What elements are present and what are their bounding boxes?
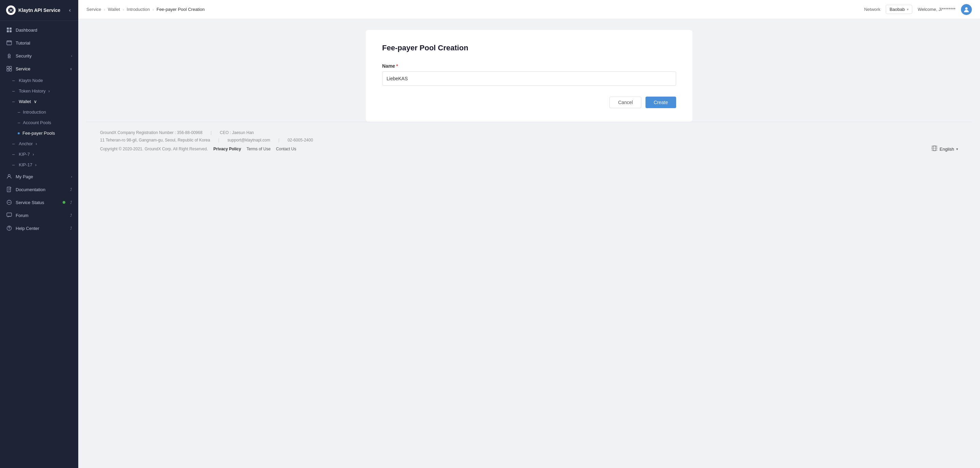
- svg-rect-7: [10, 41, 11, 42]
- kip17-expand-arrow: ›: [35, 162, 37, 167]
- sidebar-item-security[interactable]: Security ›: [0, 49, 78, 62]
- svg-rect-5: [7, 41, 11, 45]
- sidebar-item-service-status[interactable]: Service Status ⤴: [0, 196, 78, 209]
- svg-rect-13: [10, 69, 11, 71]
- name-input[interactable]: [382, 71, 676, 86]
- sidebar-item-security-label: Security: [16, 53, 68, 59]
- sidebar-item-kip17[interactable]: – KIP-17 ›: [0, 160, 78, 170]
- sidebar-item-tutorial[interactable]: Tutorial: [0, 36, 78, 49]
- sidebar-item-documentation-label: Documentation: [16, 187, 67, 192]
- fee-payer-pools-dot: [18, 132, 20, 134]
- logo-area: Klaytn API Service: [6, 5, 60, 15]
- sidebar-item-dashboard[interactable]: Dashboard: [0, 24, 78, 36]
- sidebar-item-introduction-label: Introduction: [23, 109, 46, 114]
- klaytn-node-dash: –: [12, 78, 14, 83]
- sidebar-item-forum[interactable]: Forum ⤴: [0, 209, 78, 222]
- sidebar-item-my-page[interactable]: My Page ›: [0, 170, 78, 183]
- footer-phone: 02-6005-2400: [288, 138, 313, 143]
- footer-contact-us[interactable]: Contact Us: [276, 147, 296, 151]
- svg-point-14: [8, 175, 10, 176]
- documentation-icon: [6, 186, 12, 192]
- footer-terms-of-use[interactable]: Terms of Use: [247, 147, 270, 151]
- sidebar-item-introduction[interactable]: – Introduction: [0, 107, 78, 117]
- sidebar-item-kip7[interactable]: – KIP-7 ›: [0, 149, 78, 160]
- sidebar-item-documentation[interactable]: Documentation ⤴: [0, 183, 78, 196]
- wallet-dash: –: [12, 99, 14, 104]
- security-expand-arrow: ›: [71, 54, 72, 58]
- help-center-external-icon: ⤴: [70, 226, 72, 230]
- sidebar-item-token-history-label: Token History: [19, 89, 46, 94]
- svg-rect-2: [10, 27, 11, 30]
- breadcrumb-introduction: Introduction: [127, 7, 150, 12]
- fee-payer-pool-creation-card: Fee-payer Pool Creation Name * Cancel Cr…: [366, 30, 692, 122]
- sidebar-item-service[interactable]: Service ∨: [0, 62, 78, 75]
- sidebar-item-klaytn-node-label: Klaytn Node: [19, 78, 43, 83]
- network-value: Baobab: [889, 7, 905, 12]
- wallet-expand-arrow: ∨: [34, 99, 37, 104]
- introduction-dash: –: [18, 109, 20, 114]
- sidebar-item-anchor[interactable]: – Anchor ›: [0, 138, 78, 149]
- footer-language-selector[interactable]: English ▾: [931, 145, 958, 153]
- kip17-dash: –: [12, 162, 14, 167]
- header: Service › Wallet › Introduction › Fee-pa…: [78, 0, 980, 19]
- breadcrumb-sep-2: ›: [123, 8, 124, 11]
- logo-icon: [6, 5, 16, 15]
- globe-icon: [931, 145, 937, 153]
- header-right: Network Baobab ▾ Welcome, Ji********: [864, 4, 972, 15]
- footer-links: Copyright © 2020-2021. GroundX Corp. All…: [100, 147, 296, 151]
- svg-rect-3: [7, 30, 9, 32]
- footer-privacy-policy[interactable]: Privacy Policy: [213, 147, 241, 151]
- sidebar-item-forum-label: Forum: [16, 213, 67, 218]
- sidebar-collapse-button[interactable]: ‹: [68, 6, 72, 14]
- sidebar-item-service-label: Service: [16, 66, 66, 71]
- sidebar-item-tutorial-label: Tutorial: [16, 40, 72, 46]
- footer-copyright: Copyright © 2020-2021. GroundX Corp. All…: [100, 147, 208, 151]
- name-form-group: Name *: [382, 63, 676, 86]
- footer: GroundX Company Registration Number : 35…: [86, 122, 972, 161]
- svg-point-17: [8, 202, 8, 203]
- breadcrumb-current: Fee-payer Pool Creation: [156, 7, 205, 12]
- svg-rect-20: [7, 213, 11, 216]
- sidebar-item-account-pools[interactable]: – Account Pools: [0, 117, 78, 128]
- svg-point-19: [10, 202, 11, 203]
- create-button[interactable]: Create: [646, 97, 676, 108]
- breadcrumb: Service › Wallet › Introduction › Fee-pa…: [86, 7, 864, 12]
- sidebar-item-fee-payer-pools[interactable]: Fee-payer Pools: [0, 128, 78, 138]
- network-select[interactable]: Baobab ▾: [886, 5, 912, 14]
- service-expand-arrow: ∨: [70, 67, 72, 71]
- account-pools-dash: –: [18, 120, 20, 125]
- kip7-dash: –: [12, 152, 14, 157]
- footer-middle: 11 Teheran-ro 98-gil, Gangnam-gu, Seoul,…: [100, 138, 958, 143]
- svg-rect-10: [7, 66, 9, 68]
- cancel-button[interactable]: Cancel: [609, 97, 641, 108]
- security-icon: [6, 53, 12, 59]
- dashboard-icon: [6, 27, 12, 33]
- svg-point-18: [9, 202, 10, 203]
- breadcrumb-wallet: Wallet: [108, 7, 120, 12]
- sidebar-item-account-pools-label: Account Pools: [23, 120, 51, 125]
- sidebar-item-help-center-label: Help Center: [16, 226, 67, 231]
- required-star: *: [396, 63, 398, 69]
- sidebar-item-my-page-label: My Page: [16, 174, 68, 179]
- sidebar-item-dashboard-label: Dashboard: [16, 27, 72, 33]
- footer-email: support@klaytnapl.com: [227, 138, 270, 143]
- sidebar-header: Klaytn API Service ‹: [0, 0, 78, 21]
- sidebar-item-service-status-label: Service Status: [16, 200, 58, 205]
- footer-address: 11 Teheran-ro 98-gil, Gangnam-gu, Seoul,…: [100, 138, 210, 143]
- user-avatar[interactable]: [961, 4, 972, 15]
- breadcrumb-sep-1: ›: [104, 8, 105, 11]
- sidebar-item-kip7-label: KIP-7: [19, 152, 30, 157]
- sidebar-item-klaytn-node[interactable]: – Klaytn Node: [0, 75, 78, 86]
- svg-rect-4: [10, 30, 11, 32]
- sidebar-item-wallet-label: Wallet: [19, 99, 31, 104]
- sidebar: Klaytn API Service ‹ Dashboard: [0, 0, 78, 468]
- page-title: Fee-payer Pool Creation: [382, 44, 676, 52]
- footer-company: GroundX Company Registration Number : 35…: [100, 130, 202, 135]
- breadcrumb-service: Service: [86, 7, 101, 12]
- documentation-external-icon: ⤴: [70, 187, 72, 192]
- sidebar-item-wallet[interactable]: – Wallet ∨: [0, 96, 78, 107]
- sidebar-item-token-history[interactable]: – Token History ›: [0, 86, 78, 96]
- my-page-expand-arrow: ›: [71, 175, 72, 179]
- sidebar-item-help-center[interactable]: Help Center ⤴: [0, 222, 78, 235]
- tutorial-icon: [6, 40, 12, 46]
